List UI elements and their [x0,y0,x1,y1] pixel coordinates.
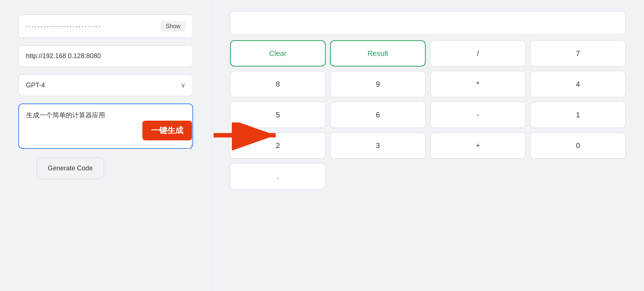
password-dots: ·························· [26,23,156,30]
right-panel: Clear Result / 7 8 9 * 4 5 6 - 1 2 3 + 0… [212,0,644,291]
zero-button[interactable]: 0 [530,132,626,159]
divide-button[interactable]: / [430,40,526,67]
five-button[interactable]: 5 [230,102,326,128]
three-button[interactable]: 3 [330,132,426,159]
generate-code-button[interactable]: Generate Code [37,158,104,179]
two-button[interactable]: 2 [230,132,326,159]
eight-button[interactable]: 8 [230,71,326,97]
add-button[interactable]: + [430,132,526,159]
multiply-button[interactable]: * [430,71,526,97]
resize-handle [187,144,192,149]
chevron-down-icon: ∨ [181,81,185,89]
prompt-wrapper [18,103,193,150]
nine-button[interactable]: 9 [330,71,426,97]
model-select[interactable]: GPT-4 ∨ [18,74,193,96]
left-panel: ·························· Show http://1… [0,0,212,291]
show-password-button[interactable]: Show [161,21,185,32]
four-button[interactable]: 4 [530,71,626,97]
calc-buttons: Clear Result / 7 8 9 * 4 5 6 - 1 2 3 + 0… [230,40,626,189]
prompt-input[interactable] [18,103,193,149]
main-container: ·························· Show http://1… [0,0,644,291]
model-value: GPT-4 [26,82,45,89]
one-button[interactable]: 1 [530,102,626,128]
password-field: ·························· Show [18,15,193,38]
result-button[interactable]: Result [330,40,426,67]
seven-button[interactable]: 7 [530,40,626,67]
clear-button[interactable]: Clear [230,40,326,67]
subtract-button[interactable]: - [430,102,526,128]
url-field[interactable]: http://192.168.0.128:8080 [18,45,193,67]
dot-button[interactable]: . [230,163,326,189]
six-button[interactable]: 6 [330,102,426,128]
calc-display[interactable] [230,11,626,34]
